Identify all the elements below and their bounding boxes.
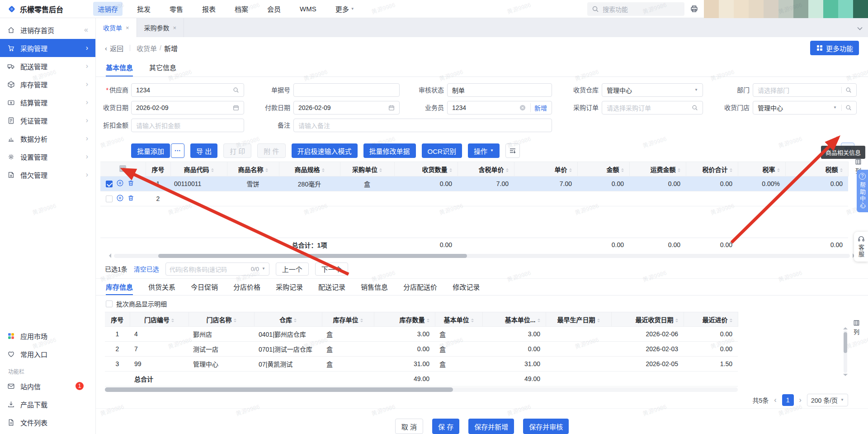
receive-store-select[interactable]: 管理中心 ▼: [753, 101, 857, 114]
menu-retail[interactable]: 零售: [165, 2, 188, 16]
batch-add-button[interactable]: 批量添加: [131, 143, 170, 158]
save-and-new-button[interactable]: 保存并新增: [468, 419, 514, 434]
actions-dropdown-button[interactable]: 操作▼: [468, 143, 500, 158]
menu-more[interactable]: 更多▼: [331, 2, 359, 16]
sidebar-item-messages[interactable]: 站内信 1: [0, 377, 95, 395]
col-price[interactable]: 单价: [514, 162, 577, 176]
global-search-input[interactable]: 搜索功能: [587, 2, 684, 16]
sidebar-item-analytics[interactable]: 数据分析 ›: [0, 129, 95, 148]
tab-list-chevron[interactable]: [857, 24, 863, 32]
print-button[interactable]: 打 印: [223, 143, 251, 158]
col-tax-rate[interactable]: 税率: [738, 162, 785, 176]
cell-qty[interactable]: 0.00: [394, 176, 458, 191]
prev-item-button[interactable]: 上一个: [276, 262, 309, 276]
col-tax-price[interactable]: 含税单价: [458, 162, 514, 176]
ocr-button[interactable]: OCR识别: [422, 143, 462, 158]
discount-input[interactable]: 请输入折扣金额: [131, 119, 244, 132]
prev-page-arrow[interactable]: ‹: [774, 396, 776, 404]
tab-store-delivery-price[interactable]: 分店配送价: [403, 279, 437, 295]
col-last-receive-date[interactable]: 最近收货日期: [611, 312, 684, 327]
close-icon[interactable]: ×: [173, 24, 177, 31]
add-row-icon[interactable]: [117, 180, 123, 188]
scroll-up-arrow[interactable]: [843, 325, 848, 329]
remark-input[interactable]: 请输入备注: [293, 119, 552, 132]
customer-service-widget[interactable]: 客服: [854, 232, 868, 262]
col-store-name[interactable]: 门店名称: [189, 312, 254, 327]
menu-archive[interactable]: 档案: [230, 2, 253, 16]
col-tax-total[interactable]: 税价合计: [686, 162, 738, 176]
col-amount[interactable]: 金额: [577, 162, 629, 176]
menu-wholesale[interactable]: 批发: [132, 2, 155, 16]
sidebar-item-favorites[interactable]: 常用入口: [0, 345, 95, 363]
next-item-button[interactable]: 下一个: [315, 262, 348, 276]
current-page[interactable]: 1: [782, 394, 794, 406]
col-qty[interactable]: 收货数量: [394, 162, 458, 176]
purchase-order-input[interactable]: 请选择采购订单: [602, 101, 703, 114]
menu-wms[interactable]: WMS: [295, 3, 321, 15]
col-spec[interactable]: 商品规格: [279, 162, 340, 176]
batch-add-more-button[interactable]: ···: [171, 143, 184, 158]
col-warehouse[interactable]: 仓库: [254, 312, 322, 327]
sidebar-item-debt[interactable]: 借欠管理 ›: [0, 166, 95, 184]
col-name[interactable]: 商品名称: [227, 162, 279, 176]
tab-receipt-bill[interactable]: 收货单 ×: [96, 18, 137, 37]
sidebar-item-files[interactable]: 文件列表: [0, 413, 95, 431]
tab-store-price[interactable]: 分店价格: [233, 279, 260, 295]
cell-tax-price[interactable]: 7.00: [458, 176, 514, 191]
page-size-select[interactable]: 200 条/页 ▼: [807, 394, 848, 406]
clear-selection-link[interactable]: 清空已选: [134, 264, 159, 273]
close-icon[interactable]: ×: [126, 24, 129, 31]
more-features-button[interactable]: 更多功能: [810, 41, 859, 55]
row-checkbox[interactable]: [106, 196, 113, 202]
attachment-button[interactable]: 附 件: [257, 143, 285, 158]
delete-row-icon[interactable]: [127, 180, 134, 188]
stock-row-1[interactable]: 1 4 鄞州店 0401|鄞州店仓库 盒 3.00 盒 3.00 2026-02…: [105, 327, 738, 342]
scrollbar-thumb[interactable]: [844, 332, 847, 353]
tab-stock-info[interactable]: 库存信息: [106, 279, 133, 295]
tab-other-info[interactable]: 其它信息: [149, 59, 176, 76]
supplier-input[interactable]: 1234: [131, 83, 244, 97]
receive-date-input[interactable]: 2026-02-09: [131, 101, 244, 114]
stock-horizontal-scrollbar[interactable]: [105, 387, 738, 392]
back-button[interactable]: ‹ 返回: [105, 43, 123, 53]
tab-today-promo[interactable]: 今日促销: [191, 279, 218, 295]
salesman-input[interactable]: 1234 新增: [447, 101, 552, 114]
cell-price[interactable]: 7.00: [514, 176, 577, 191]
col-unit[interactable]: 采购单位: [340, 162, 394, 176]
sidebar-item-settings[interactable]: 设置管理 ›: [0, 148, 95, 166]
col-earliest-prod-date[interactable]: 最早生产日期: [546, 312, 611, 327]
goods-filter-combo[interactable]: 代码|名称|条码|速记码 0/0 ▼: [165, 262, 269, 276]
col-base-unit[interactable]: 基本单位: [435, 312, 482, 327]
tab-purchase-params[interactable]: 采购参数 ×: [137, 18, 184, 37]
batch-edit-button[interactable]: 批量修改单据: [363, 143, 416, 158]
scroll-left-arrow[interactable]: [107, 253, 111, 258]
col-stock-qty[interactable]: 库存数量: [374, 312, 435, 327]
pay-date-input[interactable]: 2026-02-09: [293, 101, 400, 114]
save-button[interactable]: 保 存: [432, 419, 459, 434]
items-row-1[interactable]: 1 00110011 雪饼 280毫升 盒 0.00 7.00 7.00 0.0…: [100, 176, 848, 191]
list-settings-button[interactable]: [505, 143, 520, 158]
menu-report[interactable]: 报表: [198, 2, 220, 16]
sidebar-item-voucher[interactable]: 凭证管理 ›: [0, 111, 95, 129]
tab-purchase-record[interactable]: 采购记录: [276, 279, 303, 295]
tab-delivery-record[interactable]: 配送记录: [318, 279, 345, 295]
sidebar-item-settlement[interactable]: 结算管理 ›: [0, 93, 95, 111]
search-icon[interactable]: [841, 87, 852, 93]
sidebar-item-purchase[interactable]: 采购管理 ›: [0, 39, 95, 57]
row-checkbox[interactable]: [106, 181, 113, 187]
stock-row-3[interactable]: 3 99 管理中心 07|黄凯测试 盒 31.00 盒 31.00 2026-0…: [105, 357, 738, 372]
col-code[interactable]: 商品代码: [170, 162, 227, 176]
scrollbar-thumb[interactable]: [158, 254, 467, 258]
col-store-no[interactable]: 门店编号: [130, 312, 189, 327]
add-row-icon[interactable]: [117, 195, 123, 203]
tab-supply-relation[interactable]: 供货关系: [148, 279, 175, 295]
save-and-audit-button[interactable]: 保存并审核: [523, 419, 569, 434]
col-freight[interactable]: 运费金额: [629, 162, 686, 176]
scrollbar-thumb[interactable]: [105, 387, 453, 392]
help-center-strip[interactable]: ? 帮助中心: [857, 170, 868, 212]
menu-inventory[interactable]: 进销存: [93, 2, 123, 16]
tab-basic-info[interactable]: 基本信息: [106, 59, 133, 76]
avatar-strip[interactable]: [704, 0, 868, 18]
stock-row-2[interactable]: 2 7 测试一店 0701|测试一店仓库 盒 0.00 盒 0.00 2026-…: [105, 342, 738, 357]
next-page-arrow[interactable]: ›: [799, 396, 802, 404]
